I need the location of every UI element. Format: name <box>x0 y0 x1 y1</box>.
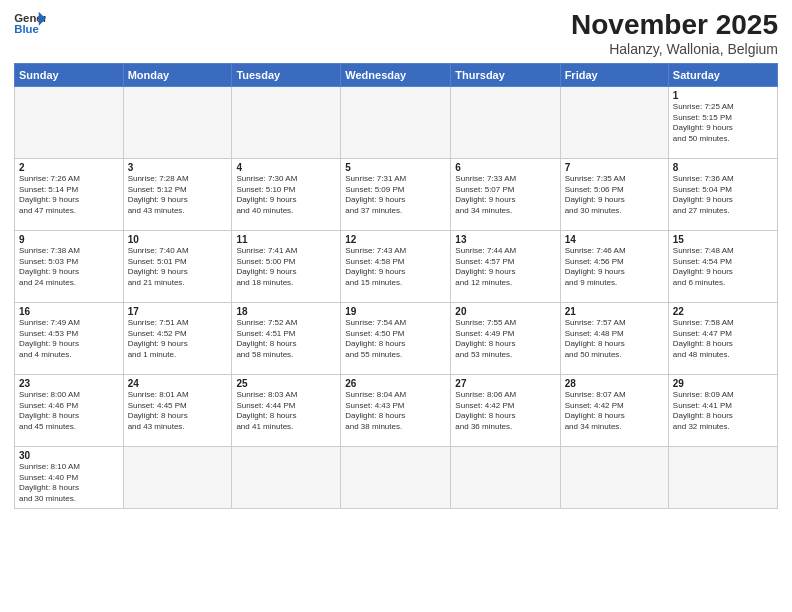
day-number: 2 <box>19 162 119 173</box>
logo-icon: General Blue <box>14 10 46 38</box>
table-row: 18Sunrise: 7:52 AM Sunset: 4:51 PM Dayli… <box>232 302 341 374</box>
day-info: Sunrise: 7:35 AM Sunset: 5:06 PM Dayligh… <box>565 174 664 217</box>
table-row: 3Sunrise: 7:28 AM Sunset: 5:12 PM Daylig… <box>123 158 232 230</box>
day-number: 5 <box>345 162 446 173</box>
day-info: Sunrise: 7:57 AM Sunset: 4:48 PM Dayligh… <box>565 318 664 361</box>
calendar-week-row: 23Sunrise: 8:00 AM Sunset: 4:46 PM Dayli… <box>15 374 778 446</box>
table-row: 21Sunrise: 7:57 AM Sunset: 4:48 PM Dayli… <box>560 302 668 374</box>
day-info: Sunrise: 7:49 AM Sunset: 4:53 PM Dayligh… <box>19 318 119 361</box>
table-row: 16Sunrise: 7:49 AM Sunset: 4:53 PM Dayli… <box>15 302 124 374</box>
header-sunday: Sunday <box>15 63 124 86</box>
table-row: 11Sunrise: 7:41 AM Sunset: 5:00 PM Dayli… <box>232 230 341 302</box>
day-number: 6 <box>455 162 555 173</box>
table-row: 10Sunrise: 7:40 AM Sunset: 5:01 PM Dayli… <box>123 230 232 302</box>
day-info: Sunrise: 8:00 AM Sunset: 4:46 PM Dayligh… <box>19 390 119 433</box>
day-info: Sunrise: 7:26 AM Sunset: 5:14 PM Dayligh… <box>19 174 119 217</box>
calendar-week-row: 1Sunrise: 7:25 AM Sunset: 5:15 PM Daylig… <box>15 86 778 158</box>
table-row: 13Sunrise: 7:44 AM Sunset: 4:57 PM Dayli… <box>451 230 560 302</box>
table-row: 1Sunrise: 7:25 AM Sunset: 5:15 PM Daylig… <box>668 86 777 158</box>
day-number: 17 <box>128 306 228 317</box>
day-info: Sunrise: 7:58 AM Sunset: 4:47 PM Dayligh… <box>673 318 773 361</box>
day-info: Sunrise: 7:52 AM Sunset: 4:51 PM Dayligh… <box>236 318 336 361</box>
table-row: 20Sunrise: 7:55 AM Sunset: 4:49 PM Dayli… <box>451 302 560 374</box>
calendar-week-row: 30Sunrise: 8:10 AM Sunset: 4:40 PM Dayli… <box>15 446 778 508</box>
table-row: 24Sunrise: 8:01 AM Sunset: 4:45 PM Dayli… <box>123 374 232 446</box>
day-number: 27 <box>455 378 555 389</box>
day-number: 22 <box>673 306 773 317</box>
header-wednesday: Wednesday <box>341 63 451 86</box>
day-number: 10 <box>128 234 228 245</box>
day-info: Sunrise: 7:51 AM Sunset: 4:52 PM Dayligh… <box>128 318 228 361</box>
day-info: Sunrise: 8:06 AM Sunset: 4:42 PM Dayligh… <box>455 390 555 433</box>
table-row: 25Sunrise: 8:03 AM Sunset: 4:44 PM Dayli… <box>232 374 341 446</box>
day-number: 28 <box>565 378 664 389</box>
day-info: Sunrise: 7:38 AM Sunset: 5:03 PM Dayligh… <box>19 246 119 289</box>
day-number: 11 <box>236 234 336 245</box>
day-info: Sunrise: 8:10 AM Sunset: 4:40 PM Dayligh… <box>19 462 119 505</box>
table-row: 28Sunrise: 8:07 AM Sunset: 4:42 PM Dayli… <box>560 374 668 446</box>
day-info: Sunrise: 7:25 AM Sunset: 5:15 PM Dayligh… <box>673 102 773 145</box>
day-number: 9 <box>19 234 119 245</box>
table-row: 30Sunrise: 8:10 AM Sunset: 4:40 PM Dayli… <box>15 446 124 508</box>
day-number: 1 <box>673 90 773 101</box>
header-tuesday: Tuesday <box>232 63 341 86</box>
table-row <box>232 86 341 158</box>
title-block: November 2025 Halanzy, Wallonia, Belgium <box>571 10 778 57</box>
header-monday: Monday <box>123 63 232 86</box>
calendar-header-row: Sunday Monday Tuesday Wednesday Thursday… <box>15 63 778 86</box>
day-info: Sunrise: 7:31 AM Sunset: 5:09 PM Dayligh… <box>345 174 446 217</box>
table-row <box>341 86 451 158</box>
table-row: 8Sunrise: 7:36 AM Sunset: 5:04 PM Daylig… <box>668 158 777 230</box>
day-number: 14 <box>565 234 664 245</box>
header-saturday: Saturday <box>668 63 777 86</box>
table-row: 6Sunrise: 7:33 AM Sunset: 5:07 PM Daylig… <box>451 158 560 230</box>
table-row <box>560 86 668 158</box>
day-info: Sunrise: 7:36 AM Sunset: 5:04 PM Dayligh… <box>673 174 773 217</box>
table-row: 23Sunrise: 8:00 AM Sunset: 4:46 PM Dayli… <box>15 374 124 446</box>
calendar-title: November 2025 <box>571 10 778 41</box>
day-number: 18 <box>236 306 336 317</box>
header-friday: Friday <box>560 63 668 86</box>
day-info: Sunrise: 7:46 AM Sunset: 4:56 PM Dayligh… <box>565 246 664 289</box>
day-info: Sunrise: 8:01 AM Sunset: 4:45 PM Dayligh… <box>128 390 228 433</box>
calendar-table: Sunday Monday Tuesday Wednesday Thursday… <box>14 63 778 509</box>
day-number: 13 <box>455 234 555 245</box>
table-row <box>451 446 560 508</box>
day-info: Sunrise: 7:28 AM Sunset: 5:12 PM Dayligh… <box>128 174 228 217</box>
page: General Blue November 2025 Halanzy, Wall… <box>0 0 792 612</box>
table-row: 27Sunrise: 8:06 AM Sunset: 4:42 PM Dayli… <box>451 374 560 446</box>
day-info: Sunrise: 7:48 AM Sunset: 4:54 PM Dayligh… <box>673 246 773 289</box>
day-info: Sunrise: 7:55 AM Sunset: 4:49 PM Dayligh… <box>455 318 555 361</box>
table-row: 12Sunrise: 7:43 AM Sunset: 4:58 PM Dayli… <box>341 230 451 302</box>
table-row: 4Sunrise: 7:30 AM Sunset: 5:10 PM Daylig… <box>232 158 341 230</box>
table-row <box>123 86 232 158</box>
day-info: Sunrise: 7:33 AM Sunset: 5:07 PM Dayligh… <box>455 174 555 217</box>
header: General Blue November 2025 Halanzy, Wall… <box>14 10 778 57</box>
day-info: Sunrise: 7:41 AM Sunset: 5:00 PM Dayligh… <box>236 246 336 289</box>
table-row <box>232 446 341 508</box>
table-row <box>15 86 124 158</box>
table-row: 19Sunrise: 7:54 AM Sunset: 4:50 PM Dayli… <box>341 302 451 374</box>
day-info: Sunrise: 8:09 AM Sunset: 4:41 PM Dayligh… <box>673 390 773 433</box>
table-row: 5Sunrise: 7:31 AM Sunset: 5:09 PM Daylig… <box>341 158 451 230</box>
day-info: Sunrise: 8:07 AM Sunset: 4:42 PM Dayligh… <box>565 390 664 433</box>
day-number: 30 <box>19 450 119 461</box>
calendar-week-row: 16Sunrise: 7:49 AM Sunset: 4:53 PM Dayli… <box>15 302 778 374</box>
table-row: 14Sunrise: 7:46 AM Sunset: 4:56 PM Dayli… <box>560 230 668 302</box>
day-info: Sunrise: 7:44 AM Sunset: 4:57 PM Dayligh… <box>455 246 555 289</box>
day-info: Sunrise: 7:43 AM Sunset: 4:58 PM Dayligh… <box>345 246 446 289</box>
table-row: 9Sunrise: 7:38 AM Sunset: 5:03 PM Daylig… <box>15 230 124 302</box>
calendar-week-row: 9Sunrise: 7:38 AM Sunset: 5:03 PM Daylig… <box>15 230 778 302</box>
svg-text:Blue: Blue <box>14 23 39 35</box>
table-row: 17Sunrise: 7:51 AM Sunset: 4:52 PM Dayli… <box>123 302 232 374</box>
day-number: 24 <box>128 378 228 389</box>
table-row <box>123 446 232 508</box>
header-thursday: Thursday <box>451 63 560 86</box>
table-row <box>341 446 451 508</box>
day-number: 8 <box>673 162 773 173</box>
day-number: 21 <box>565 306 664 317</box>
day-number: 7 <box>565 162 664 173</box>
day-number: 26 <box>345 378 446 389</box>
table-row <box>560 446 668 508</box>
day-info: Sunrise: 8:04 AM Sunset: 4:43 PM Dayligh… <box>345 390 446 433</box>
